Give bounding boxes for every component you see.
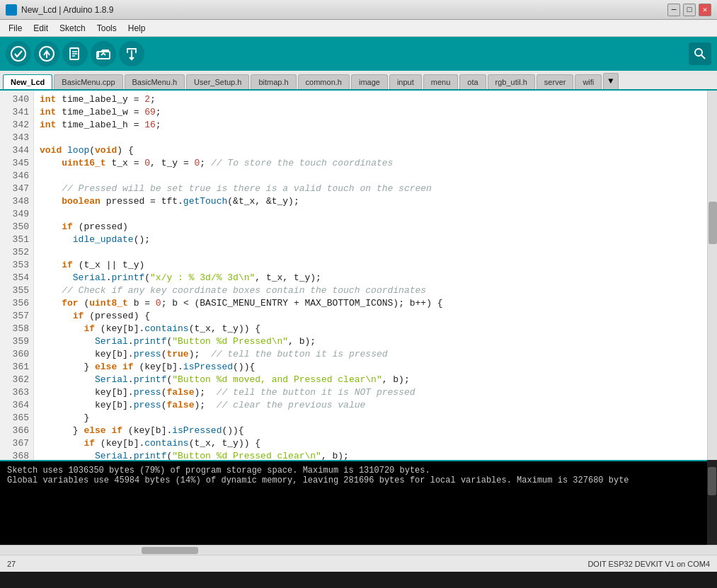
tab-basicmenu-h[interactable]: BasicMenu.h: [125, 74, 185, 89]
upload-button[interactable]: [34, 41, 59, 67]
tab-bitmap-h[interactable]: bitmap.h: [251, 74, 296, 89]
tab-common-h[interactable]: common.h: [298, 74, 350, 89]
tab-new-lcd[interactable]: New_Lcd: [3, 74, 52, 89]
code-editor: 340 341 342 343 344 345 346 347 348 349 …: [0, 91, 717, 460]
tabs-more-button[interactable]: ▼: [603, 73, 618, 89]
new-button[interactable]: [62, 41, 88, 67]
verify-button[interactable]: [6, 41, 31, 67]
svg-point-9: [695, 49, 702, 56]
vertical-scrollbar[interactable]: [707, 91, 717, 460]
maximize-button[interactable]: □: [683, 4, 696, 16]
board-status: DOIT ESP32 DEVKIT V1 on COM4: [587, 560, 710, 568]
titlebar-controls: ─ □ ✕: [667, 4, 711, 16]
svg-point-0: [11, 47, 25, 61]
line-number-status: 27: [7, 560, 16, 568]
horizontal-scrollbar[interactable]: [0, 545, 717, 555]
open-button[interactable]: [91, 41, 116, 67]
menu-edit[interactable]: Edit: [28, 22, 54, 35]
titlebar-title: New_Lcd | Arduino 1.8.9: [21, 5, 667, 15]
search-button[interactable]: [689, 42, 711, 65]
tab-ota[interactable]: ota: [459, 74, 486, 89]
arduino-icon: [6, 4, 17, 16]
console-container: Sketch uses 1036350 bytes (79%) of progr…: [0, 460, 717, 545]
code-area[interactable]: int time_label_y = 2; int time_label_w =…: [34, 91, 707, 460]
console-scroll-thumb[interactable]: [708, 467, 716, 495]
tab-basicmenu-cpp[interactable]: BasicMenu.cpp: [54, 74, 122, 89]
minimize-button[interactable]: ─: [667, 4, 680, 16]
menu-help[interactable]: Help: [122, 22, 151, 35]
line-numbers: 340 341 342 343 344 345 346 347 348 349 …: [0, 91, 34, 460]
console-line: Global variables use 45984 bytes (14%) o…: [7, 475, 710, 485]
tab-image[interactable]: image: [351, 74, 388, 89]
close-button[interactable]: ✕: [699, 4, 711, 16]
tab-menu[interactable]: menu: [423, 74, 459, 89]
tab-user-setup-h[interactable]: User_Setup.h: [186, 74, 249, 89]
menu-sketch[interactable]: Sketch: [54, 22, 91, 35]
console-output: Sketch uses 1036350 bytes (79%) of progr…: [0, 460, 717, 545]
menu-tools[interactable]: Tools: [91, 22, 122, 35]
tab-server[interactable]: server: [537, 74, 574, 89]
hscroll-thumb[interactable]: [142, 547, 198, 554]
menubar: File Edit Sketch Tools Help: [0, 20, 717, 37]
scroll-thumb[interactable]: [709, 202, 717, 244]
menu-file[interactable]: File: [3, 22, 28, 35]
tabs-bar: New_Lcd BasicMenu.cpp BasicMenu.h User_S…: [0, 71, 717, 91]
tab-wifi[interactable]: wifi: [575, 74, 602, 89]
save-button[interactable]: [119, 41, 144, 67]
titlebar: New_Lcd | Arduino 1.8.9 ─ □ ✕: [0, 0, 717, 20]
svg-line-10: [701, 55, 705, 59]
console-scrollbar[interactable]: [707, 460, 717, 545]
statusbar: 27 DOIT ESP32 DEVKIT V1 on COM4: [0, 555, 717, 572]
toolbar: [0, 37, 717, 71]
console-line: Sketch uses 1036350 bytes (79%) of progr…: [7, 466, 710, 475]
tab-input[interactable]: input: [389, 74, 422, 89]
tab-rgb-util-h[interactable]: rgb_util.h: [488, 74, 535, 89]
